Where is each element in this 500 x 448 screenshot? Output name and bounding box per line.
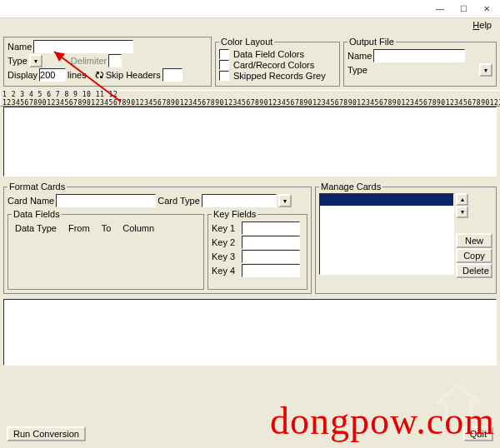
column-header: Column	[122, 223, 154, 233]
data-fields-legend: Data Fields	[12, 209, 62, 219]
card-name-label: Card Name	[8, 196, 54, 206]
ruler-nums: 1 2 3 4 5 6 7 8 9 10 11 12	[2, 91, 500, 99]
name-label: Name	[8, 42, 32, 52]
key-fields-group: Key Fields Key 1 Key 2 Key 3 Key 4	[208, 209, 308, 290]
color-layout-legend: Color Layout	[219, 37, 274, 47]
key1-label: Key 1	[212, 223, 240, 233]
data-view[interactable]	[3, 107, 497, 177]
delete-button[interactable]: Delete	[456, 263, 492, 278]
name-input[interactable]	[33, 40, 133, 53]
to-header: To	[102, 223, 112, 233]
log-view[interactable]	[3, 299, 497, 366]
output-type-label: Type	[348, 65, 368, 75]
data-field-colors-label: Data Field Colors	[233, 49, 304, 59]
menubar: Help	[0, 18, 500, 33]
key3-input[interactable]	[242, 250, 300, 263]
copy-button[interactable]: Copy	[456, 248, 492, 263]
lines-label: lines	[68, 70, 87, 80]
type-label: Type	[8, 56, 28, 66]
output-type-dropdown[interactable]: ▾	[479, 63, 492, 77]
card-record-colors-label: Card/Record Colors	[233, 60, 314, 70]
card-name-input[interactable]	[56, 194, 156, 207]
display-label: Display	[8, 70, 38, 80]
input-file-group: Name Type ▾ Delimiter Display lines 🗘 Sk…	[3, 37, 212, 87]
maximize-button[interactable]: ☐	[452, 2, 475, 17]
key3-label: Key 3	[212, 251, 240, 261]
data-field-colors-check[interactable]	[219, 49, 229, 59]
delimiter-label: Delimiter	[71, 56, 107, 66]
scroll-up-icon[interactable]: ▴	[456, 193, 468, 206]
manage-cards-legend: Manage Cards	[319, 182, 382, 192]
output-file-group: Output File Name Type ▾	[343, 37, 497, 87]
color-layout-group: Color Layout Data Field Colors Card/Reco…	[215, 37, 340, 87]
key-fields-legend: Key Fields	[212, 209, 258, 219]
card-type-label: Card Type	[158, 196, 200, 206]
data-type-header: Data Type	[15, 223, 57, 233]
card-record-colors-check[interactable]	[219, 60, 229, 70]
watermark-icon	[433, 381, 483, 423]
manage-cards-group: Manage Cards ▴ ▾ New Copy Delete	[315, 182, 497, 294]
close-button[interactable]: ✕	[475, 2, 498, 17]
display-lines-input[interactable]	[39, 68, 66, 82]
scroll-down-icon[interactable]: ▾	[456, 206, 468, 218]
from-header: From	[68, 223, 90, 233]
refresh-icon[interactable]: 🗘	[95, 70, 104, 80]
skip-headers-label: Skip Headers	[106, 70, 161, 80]
key4-input[interactable]	[242, 264, 300, 277]
ruler: 1 2 3 4 5 6 7 8 9 10 11 12 1234567890123…	[0, 90, 500, 107]
card-type-dropdown[interactable]: ▾	[278, 194, 292, 207]
key2-label: Key 2	[212, 237, 240, 247]
delimiter-input[interactable]	[108, 54, 122, 67]
selected-card[interactable]	[320, 194, 453, 206]
output-name-input[interactable]	[373, 49, 465, 62]
output-file-legend: Output File	[348, 37, 396, 47]
new-button[interactable]: New	[456, 233, 492, 248]
type-dropdown[interactable]: ▾	[29, 54, 42, 67]
quit-button[interactable]: Quit	[463, 426, 493, 441]
skipped-records-label: Skipped Records Grey	[233, 71, 326, 81]
manage-cards-list[interactable]	[319, 193, 454, 275]
ruler-ticks: 1234567890123456789012345678901234567890…	[2, 99, 500, 107]
key4-label: Key 4	[212, 266, 240, 276]
card-type-input[interactable]	[202, 194, 277, 207]
output-name-label: Name	[348, 51, 372, 61]
key1-input[interactable]	[242, 222, 300, 235]
format-cards-legend: Format Cards	[8, 182, 67, 192]
help-menu[interactable]: Help	[468, 18, 497, 33]
minimize-button[interactable]: —	[428, 2, 452, 17]
key2-input[interactable]	[242, 236, 300, 249]
run-conversion-button[interactable]: Run Conversion	[7, 426, 86, 441]
format-cards-group: Format Cards Card Name Card Type ▾ Data …	[3, 182, 312, 294]
skip-headers-input[interactable]	[162, 68, 182, 82]
data-fields-group: Data Fields Data Type From To Column	[8, 209, 204, 290]
skipped-records-check[interactable]	[219, 71, 229, 81]
titlebar: — ☐ ✕	[0, 0, 500, 18]
